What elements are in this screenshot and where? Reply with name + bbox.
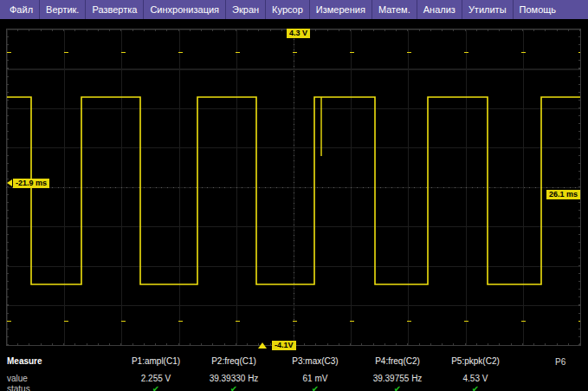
oscilloscope-app: { "menu": { "items": ["Файл","Вертик.","… (0, 0, 588, 391)
param-header-p3[interactable]: P3:max(C3) (276, 356, 354, 366)
menu-item-cursor[interactable]: Курсор (266, 0, 310, 19)
scope-display: -21.9 ms 26.1 ms 4.3 V -4.1V (0, 19, 588, 351)
menu-item-help[interactable]: Помощь (514, 0, 563, 19)
param-value-p1: 2.255 V (117, 374, 195, 383)
menu-item-vertical[interactable]: Вертик. (40, 0, 86, 19)
cursor-readout-top[interactable]: 4.3 V (287, 29, 310, 38)
param-header-p1[interactable]: P1:ampl(C1) (117, 356, 195, 366)
cursor-readout-right[interactable]: 26.1 ms (546, 190, 580, 199)
param-value-p3: 61 mV (276, 374, 354, 383)
menu-item-timebase[interactable]: Развертка (86, 0, 144, 19)
param-header-p4[interactable]: P4:freq(C2) (359, 356, 436, 366)
menu-bar: Файл Вертик. Развертка Синхронизация Экр… (0, 0, 588, 19)
menu-item-trigger[interactable]: Синхронизация (144, 0, 226, 19)
cursor-readout-left[interactable]: -21.9 ms (13, 179, 49, 188)
measurement-panel: Measure value status P1:ampl(C1) P2:freq… (0, 351, 588, 391)
menu-item-display[interactable]: Экран (226, 0, 266, 19)
menu-item-utilities[interactable]: Утилиты (462, 0, 514, 19)
waveform-trace-c1 (0, 19, 588, 351)
param-status-check-p5: ✔ (436, 384, 514, 391)
menu-item-measure[interactable]: Измерения (310, 0, 372, 19)
param-value-p4: 39.39755 Hz (359, 374, 436, 383)
value-row-label: value (7, 374, 28, 383)
param-header-p5[interactable]: P5:pkpk(C2) (436, 356, 514, 366)
cursor-arrow-left-icon[interactable] (7, 179, 12, 186)
param-header-p2[interactable]: P2:freq(C1) (195, 356, 273, 366)
param-value-p5: 4.53 V (436, 374, 514, 383)
menu-item-math[interactable]: Матем. (372, 0, 417, 19)
cursor-readout-bottom[interactable]: -4.1V (272, 341, 296, 350)
param-status-check-p3: ✔ (276, 384, 354, 391)
menu-item-analysis[interactable]: Анализ (417, 0, 462, 19)
param-value-p2: 39.39330 Hz (195, 374, 273, 383)
param-status-check-p2: ✔ (195, 384, 273, 391)
param-status-check-p4: ✔ (359, 384, 436, 391)
param-header-p6[interactable]: P6 (555, 357, 565, 367)
status-row-label: status (7, 384, 30, 391)
measure-row-label: Measure (7, 356, 42, 366)
menu-item-file[interactable]: Файл (3, 0, 40, 19)
param-status-check-p1: ✔ (117, 384, 195, 391)
trigger-position-marker-icon[interactable] (258, 342, 267, 349)
